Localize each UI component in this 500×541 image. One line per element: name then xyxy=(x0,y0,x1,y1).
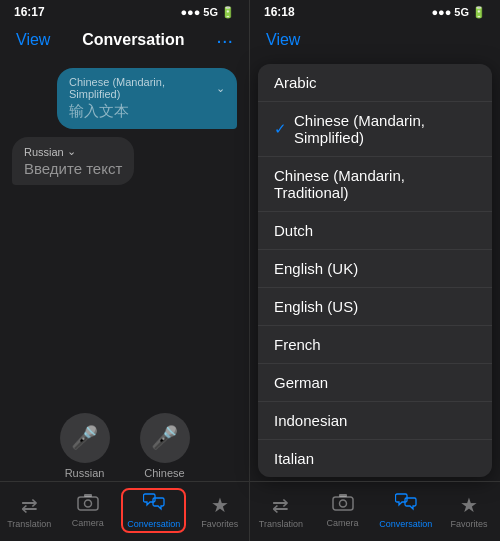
dropdown-item-8[interactable]: Indonesian xyxy=(258,402,492,440)
right-camera-icon xyxy=(332,493,354,516)
left-tab-camera-label: Camera xyxy=(72,518,104,528)
right-time: 16:18 xyxy=(264,5,295,19)
svg-rect-0 xyxy=(78,497,98,510)
dropdown-item-5[interactable]: English (US) xyxy=(258,288,492,326)
left-left-bubble-text[interactable]: Введите текст xyxy=(24,160,122,177)
right-language-dropdown[interactable]: ArabicChinese (Mandarin, Simplified)Chin… xyxy=(258,64,492,477)
left-mic-chinese-label: Chinese xyxy=(144,467,184,479)
right-tab-translation-label: Translation xyxy=(259,519,303,529)
dropdown-item-2[interactable]: Chinese (Mandarin, Traditional) xyxy=(258,157,492,212)
right-tab-bar: ⇄ Translation Camera Conversation xyxy=(250,481,500,541)
dropdown-item-label-4: English (UK) xyxy=(274,260,476,277)
left-tab-conversation[interactable]: Conversation xyxy=(121,488,186,533)
dropdown-item-label-8: Indonesian xyxy=(274,412,476,429)
dropdown-item-0[interactable]: Arabic xyxy=(258,64,492,102)
right-conversation-icon xyxy=(395,492,417,517)
left-mic-row: 🎤 Russian 🎤 Chinese xyxy=(0,405,249,481)
right-tab-camera-label: Camera xyxy=(327,518,359,528)
dropdown-item-4[interactable]: English (UK) xyxy=(258,250,492,288)
left-tab-translation[interactable]: ⇄ Translation xyxy=(4,493,54,529)
left-mic-russian-icon: 🎤 xyxy=(71,425,98,451)
right-tab-favorites[interactable]: ★ Favorites xyxy=(444,493,494,529)
dropdown-item-7[interactable]: German xyxy=(258,364,492,402)
left-signal-icon: ●●● xyxy=(180,6,200,18)
dropdown-item-label-0: Arabic xyxy=(274,74,476,91)
dropdown-item-label-9: Italian xyxy=(274,450,476,467)
left-right-bubble-text[interactable]: 输入文本 xyxy=(69,102,225,121)
right-status-icons: ●●● 5G 🔋 xyxy=(431,6,486,19)
dropdown-item-label-6: French xyxy=(274,336,476,353)
left-left-bubble-chevron: ⌄ xyxy=(67,145,76,158)
left-favorites-icon: ★ xyxy=(211,493,229,517)
svg-rect-2 xyxy=(84,494,92,497)
right-panel: 16:18 ●●● 5G 🔋 View ArabicChinese (Manda… xyxy=(250,0,500,541)
left-tab-camera[interactable]: Camera xyxy=(63,493,113,528)
left-battery-icon: 🔋 xyxy=(221,6,235,19)
left-mic-russian-button[interactable]: 🎤 xyxy=(60,413,110,463)
left-conversation-area: Chinese (Mandarin, Simplified) ⌄ 输入文本 Ru… xyxy=(0,60,249,405)
svg-point-1 xyxy=(84,500,91,507)
left-tab-favorites[interactable]: ★ Favorites xyxy=(195,493,245,529)
left-status-icons: ●●● 5G 🔋 xyxy=(180,6,235,19)
dropdown-item-label-3: Dutch xyxy=(274,222,476,239)
left-view-button[interactable]: View xyxy=(16,31,50,49)
right-tab-translation[interactable]: ⇄ Translation xyxy=(256,493,306,529)
dropdown-item-label-7: German xyxy=(274,374,476,391)
dropdown-item-label-5: English (US) xyxy=(274,298,476,315)
left-mic-chinese: 🎤 Chinese xyxy=(140,413,190,479)
right-tab-conversation[interactable]: Conversation xyxy=(379,492,432,529)
svg-point-4 xyxy=(339,500,346,507)
right-nav-bar: View xyxy=(250,22,500,60)
right-battery-icon: 🔋 xyxy=(472,6,486,19)
left-tab-bar: ⇄ Translation Camera Conversation xyxy=(0,481,249,541)
right-translation-icon: ⇄ xyxy=(272,493,289,517)
left-left-bubble-lang: Russian ⌄ xyxy=(24,145,122,158)
left-mic-chinese-button[interactable]: 🎤 xyxy=(140,413,190,463)
left-left-bubble: Russian ⌄ Введите текст xyxy=(12,137,134,185)
left-mic-russian-label: Russian xyxy=(65,467,105,479)
left-mic-chinese-icon: 🎤 xyxy=(151,425,178,451)
left-conversation-icon xyxy=(143,492,165,517)
dropdown-item-9[interactable]: Italian xyxy=(258,440,492,477)
left-camera-icon xyxy=(77,493,99,516)
left-time: 16:17 xyxy=(14,5,45,19)
left-translation-icon: ⇄ xyxy=(21,493,38,517)
left-status-bar: 16:17 ●●● 5G 🔋 xyxy=(0,0,249,22)
left-tab-conversation-label: Conversation xyxy=(127,519,180,529)
right-network: 5G xyxy=(454,6,469,18)
right-status-bar: 16:18 ●●● 5G 🔋 xyxy=(250,0,500,22)
dropdown-item-label-1: Chinese (Mandarin, Simplified) xyxy=(274,112,476,146)
left-right-bubble-lang: Chinese (Mandarin, Simplified) ⌄ xyxy=(69,76,225,100)
left-nav-title: Conversation xyxy=(82,31,184,49)
dropdown-item-3[interactable]: Dutch xyxy=(258,212,492,250)
left-right-bubble: Chinese (Mandarin, Simplified) ⌄ 输入文本 xyxy=(57,68,237,129)
dropdown-item-6[interactable]: French xyxy=(258,326,492,364)
left-network: 5G xyxy=(203,6,218,18)
left-nav-bar: View Conversation ··· xyxy=(0,22,249,60)
left-right-bubble-chevron: ⌄ xyxy=(216,82,225,95)
left-tab-translation-label: Translation xyxy=(7,519,51,529)
left-mic-russian: 🎤 Russian xyxy=(60,413,110,479)
dropdown-item-label-2: Chinese (Mandarin, Traditional) xyxy=(274,167,476,201)
right-tab-camera[interactable]: Camera xyxy=(318,493,368,528)
left-tab-favorites-label: Favorites xyxy=(201,519,238,529)
right-tab-conversation-label: Conversation xyxy=(379,519,432,529)
right-favorites-icon: ★ xyxy=(460,493,478,517)
right-tab-favorites-label: Favorites xyxy=(451,519,488,529)
svg-rect-3 xyxy=(333,497,353,510)
svg-rect-5 xyxy=(339,494,347,497)
left-more-button[interactable]: ··· xyxy=(216,29,233,52)
dropdown-item-1[interactable]: Chinese (Mandarin, Simplified) xyxy=(258,102,492,157)
right-view-button[interactable]: View xyxy=(266,31,300,49)
left-panel: 16:17 ●●● 5G 🔋 View Conversation ··· Chi… xyxy=(0,0,250,541)
right-signal-icon: ●●● xyxy=(431,6,451,18)
